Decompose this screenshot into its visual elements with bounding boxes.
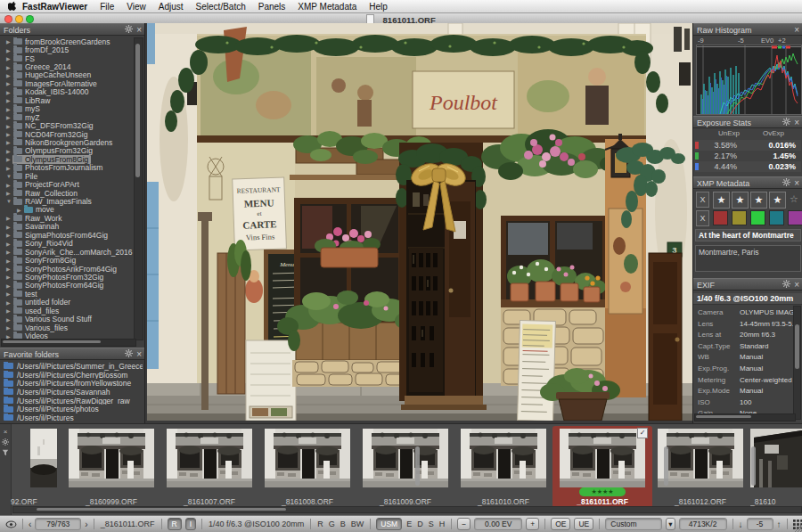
gear-icon[interactable]	[782, 117, 790, 129]
image-viewer[interactable]: Poulbot RESTAURANT MENU et CARTE	[145, 23, 693, 423]
folder-item[interactable]: ▶HugeCacheUnseen	[0, 71, 135, 79]
wb-dropdown-arrow[interactable]: ▾	[666, 518, 675, 530]
favorite-folder-item[interactable]: /Users/il/Pictures/Summer_in_Greece	[0, 362, 143, 371]
clear-rating-button[interactable]: X	[696, 192, 709, 208]
star-icon[interactable]: ★	[750, 192, 767, 209]
chevron-right-icon[interactable]: ▶	[6, 266, 12, 272]
chevron-right-icon[interactable]: ▶	[6, 299, 12, 306]
folder-item[interactable]: ▼Pile	[0, 172, 135, 180]
chevron-right-icon[interactable]: ▶	[6, 131, 12, 137]
rating-up-arrow[interactable]: ↑	[777, 520, 782, 529]
chevron-right-icon[interactable]: ▶	[6, 55, 12, 61]
chevron-right-icon[interactable]: ▶	[6, 139, 12, 145]
folder-item[interactable]: ▶Raw_Work	[0, 214, 135, 222]
channel-b[interactable]: B	[340, 520, 346, 528]
prev-image-button[interactable]: ‹	[29, 520, 31, 529]
filmstrip-grip[interactable]	[415, 446, 420, 486]
folder-item[interactable]: ▶OlympusFrom32Gig	[0, 147, 135, 155]
chevron-right-icon[interactable]: ▶	[6, 89, 12, 95]
close-icon[interactable]: ×	[136, 26, 142, 35]
thumbnail-image[interactable]	[658, 429, 743, 491]
xmp-description-field[interactable]: Montmartre, Paris	[695, 245, 801, 272]
color-temp-field[interactable]: 4713K/2	[679, 518, 727, 530]
thumbnail[interactable]: _8161010.ORF	[456, 426, 551, 508]
filmstrip-grip[interactable]	[751, 446, 756, 486]
folder-item[interactable]: ▶Savannah	[0, 223, 135, 231]
channel-r[interactable]: R	[317, 520, 323, 528]
folder-item[interactable]: ▶Greece_2014	[0, 62, 135, 70]
mode-h[interactable]: H	[439, 520, 446, 528]
folder-item[interactable]: ▶NikonBrookgreenGardens	[0, 138, 135, 146]
chevron-right-icon[interactable]: ▶	[6, 38, 12, 45]
i-toggle-button[interactable]: I	[185, 518, 196, 530]
folder-item[interactable]: ▶FS	[0, 54, 135, 62]
ev-minus-button[interactable]: −	[457, 518, 471, 530]
folder-item[interactable]: ▶SonyPhotosArikFrom64Gig	[0, 265, 135, 273]
chevron-right-icon[interactable]: ▶	[6, 282, 12, 289]
star-icon[interactable]: ★	[732, 192, 749, 209]
folder-item[interactable]: ▶Various_files	[0, 323, 135, 331]
chevron-right-icon[interactable]: ▶	[6, 291, 12, 297]
chevron-right-icon[interactable]: ▶	[6, 97, 12, 103]
folder-item[interactable]: ▶myZ	[0, 113, 135, 121]
chevron-right-icon[interactable]: ▶	[6, 156, 12, 162]
chevron-right-icon[interactable]: ▶	[6, 165, 12, 171]
chevron-right-icon[interactable]: ▶	[6, 324, 12, 331]
chevron-right-icon[interactable]: ▶	[6, 190, 12, 196]
thumbnail-image[interactable]	[265, 429, 350, 491]
folder-item[interactable]: ▶SonyPhotosFrom32Gig	[0, 273, 135, 281]
mode-s[interactable]: S	[429, 520, 434, 528]
folder-item[interactable]: ▶OlympusFrom8Gig	[0, 155, 135, 163]
gear-icon[interactable]	[1, 438, 10, 447]
resize-grip[interactable]	[793, 523, 802, 532]
color-label-swatch[interactable]	[769, 210, 784, 225]
folder-item[interactable]: ▶untitled folder	[0, 299, 135, 307]
thumbnail[interactable]: ★★★★✓_8161011.ORF	[552, 426, 652, 508]
menu-item-file[interactable]: File	[100, 2, 114, 12]
chevron-right-icon[interactable]: ▶	[6, 316, 12, 323]
filter-icon[interactable]	[1, 449, 10, 458]
chevron-right-icon[interactable]: ▶	[6, 148, 12, 154]
thumbnail-image[interactable]	[167, 429, 252, 491]
thumbnail-image[interactable]	[750, 429, 802, 491]
favorite-folder-item[interactable]: /Users/il/Pictures/fromYellowstone	[0, 379, 143, 388]
folder-item[interactable]: ▶Sony_Rio4Vid	[0, 240, 135, 248]
thumbnail[interactable]: _8161009.ORF	[358, 426, 453, 508]
folder-item[interactable]: ▼RAW_ImagesFinals	[0, 197, 135, 205]
menu-item-select-batch[interactable]: Select/Batch	[196, 2, 246, 12]
chevron-right-icon[interactable]: ▶	[6, 64, 12, 70]
color-label-swatch[interactable]	[713, 210, 728, 225]
thumbnail[interactable]: 92.ORF	[11, 426, 61, 508]
mode-e[interactable]: E	[406, 520, 412, 528]
close-icon[interactable]: ×	[794, 179, 799, 188]
eye-icon[interactable]	[5, 520, 17, 528]
chevron-right-icon[interactable]: ▶	[6, 106, 12, 112]
folder-item[interactable]: ▶test	[0, 290, 135, 298]
close-icon[interactable]: ×	[794, 119, 799, 127]
exif-vertical-scrollbar[interactable]	[793, 306, 801, 420]
folder-item[interactable]: ▶PhotosFromJournalism	[0, 164, 135, 172]
star-icon[interactable]: ☆	[788, 192, 800, 207]
folder-item[interactable]: ▶ProjectForAPArt	[0, 180, 135, 188]
chevron-right-icon[interactable]: ▶	[6, 215, 12, 221]
menu-item-adjust[interactable]: Adjust	[159, 2, 184, 12]
chevron-right-icon[interactable]: ▶	[6, 72, 12, 78]
favorite-folder-item[interactable]: /Users/il/Pictures/CherryBlossom	[0, 371, 143, 380]
menu-item-help[interactable]: Help	[369, 2, 388, 12]
folder-item[interactable]: ▶Raw_Collection	[0, 189, 135, 197]
mode-d[interactable]: D	[417, 520, 423, 528]
ev-field[interactable]: 0.00 EV	[474, 518, 522, 530]
folder-item[interactable]: ▶Various Sound Stuff	[0, 315, 135, 323]
color-label-swatch[interactable]	[788, 210, 802, 225]
mode-usm[interactable]: USM	[376, 518, 402, 530]
chevron-right-icon[interactable]: ▶	[6, 241, 12, 247]
folder-item[interactable]: ▶fromDf_2015	[0, 45, 135, 53]
rating-down-arrow[interactable]: ↓	[739, 520, 743, 529]
image-position-field[interactable]: 79/763	[35, 518, 81, 530]
xmp-title-field[interactable]: At the heart of Montmartre	[695, 229, 801, 241]
gear-icon[interactable]	[125, 24, 133, 37]
gear-icon[interactable]	[782, 177, 790, 190]
chevron-right-icon[interactable]: ▶	[6, 114, 12, 120]
chevron-right-icon[interactable]: ▶	[6, 80, 12, 86]
filmstrip-scrollbar[interactable]	[12, 506, 802, 513]
